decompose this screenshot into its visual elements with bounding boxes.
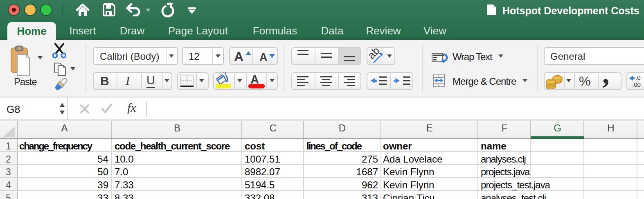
svg-text:.00: .00 [632, 81, 641, 88]
svg-text:.0: .0 [635, 74, 641, 81]
